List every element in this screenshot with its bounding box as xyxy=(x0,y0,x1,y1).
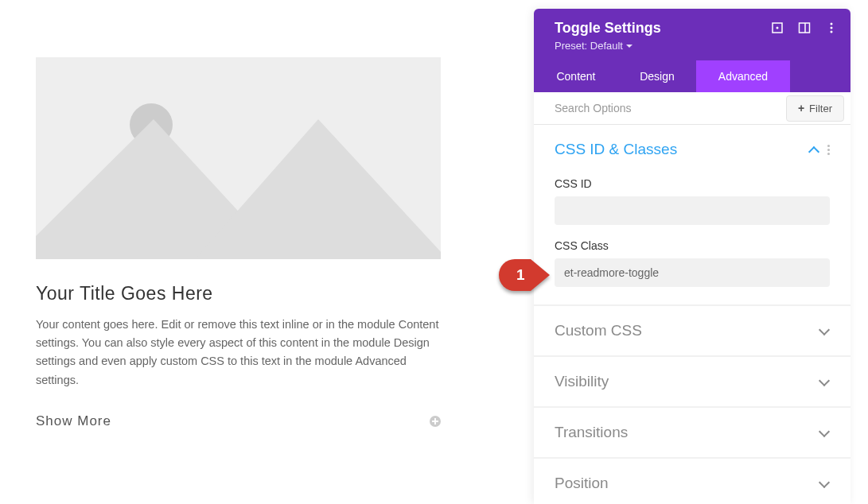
section-custom-css: Custom CSS xyxy=(534,306,850,355)
chevron-up-icon xyxy=(808,144,819,155)
chevron-down-icon xyxy=(819,478,830,489)
chevron-down-icon xyxy=(819,325,830,336)
chevron-down-icon xyxy=(819,376,830,387)
preview-title[interactable]: Your Title Goes Here xyxy=(36,283,498,304)
more-icon[interactable] xyxy=(825,21,838,34)
preview-area: Your Title Goes Here Your content goes h… xyxy=(0,0,534,504)
section-header-custom-css[interactable]: Custom CSS xyxy=(534,306,850,355)
tabs: Content Design Advanced xyxy=(534,60,850,92)
section-css-id-classes: CSS ID & Classes CSS ID CSS Class xyxy=(534,125,850,304)
plus-icon: + xyxy=(798,103,804,114)
preset-dropdown[interactable]: Preset: Default xyxy=(555,40,633,52)
section-title: Position xyxy=(555,475,609,492)
caret-down-icon xyxy=(626,45,633,48)
show-more-toggle[interactable]: Show More xyxy=(36,413,441,429)
section-title: Visibility xyxy=(555,373,609,390)
section-transitions: Transitions xyxy=(534,408,850,457)
svg-point-11 xyxy=(831,31,833,33)
section-title: Transitions xyxy=(555,424,628,441)
section-visibility: Visibility xyxy=(534,357,850,406)
image-placeholder xyxy=(36,57,441,259)
section-title: Custom CSS xyxy=(555,322,642,339)
plus-icon xyxy=(430,416,441,427)
panel-header: Toggle Settings Preset: Default xyxy=(534,9,850,60)
svg-point-9 xyxy=(831,23,833,25)
section-header-transitions[interactable]: Transitions xyxy=(534,408,850,457)
dots-icon[interactable] xyxy=(827,145,830,155)
tab-advanced[interactable]: Advanced xyxy=(696,60,790,92)
svg-rect-7 xyxy=(800,23,810,33)
search-row: + Filter xyxy=(534,92,850,125)
panel-content: CSS ID & Classes CSS ID CSS Class Custom… xyxy=(534,125,850,504)
tab-content[interactable]: Content xyxy=(534,60,618,92)
preset-label: Preset: Default xyxy=(555,40,623,52)
show-more-label: Show More xyxy=(36,413,111,429)
css-class-label: CSS Class xyxy=(555,239,830,252)
preview-body[interactable]: Your content goes here. Edit or remove t… xyxy=(36,316,443,390)
section-header-position[interactable]: Position xyxy=(534,459,850,504)
section-title: CSS ID & Classes xyxy=(555,141,677,158)
filter-label: Filter xyxy=(809,103,832,114)
svg-point-10 xyxy=(831,27,833,29)
svg-point-6 xyxy=(777,27,779,29)
settings-panel: Toggle Settings Preset: Default xyxy=(534,9,850,504)
section-header-css-id-classes[interactable]: CSS ID & Classes xyxy=(534,125,850,174)
layout-icon[interactable] xyxy=(798,21,811,34)
filter-button[interactable]: + Filter xyxy=(786,95,844,122)
css-class-input[interactable] xyxy=(555,258,830,287)
tab-design[interactable]: Design xyxy=(618,60,696,92)
section-position: Position xyxy=(534,459,850,504)
search-input[interactable] xyxy=(534,92,786,124)
css-id-label: CSS ID xyxy=(555,177,830,190)
css-id-input[interactable] xyxy=(555,196,830,225)
expand-icon[interactable] xyxy=(771,21,784,34)
section-header-visibility[interactable]: Visibility xyxy=(534,357,850,406)
chevron-down-icon xyxy=(819,427,830,438)
